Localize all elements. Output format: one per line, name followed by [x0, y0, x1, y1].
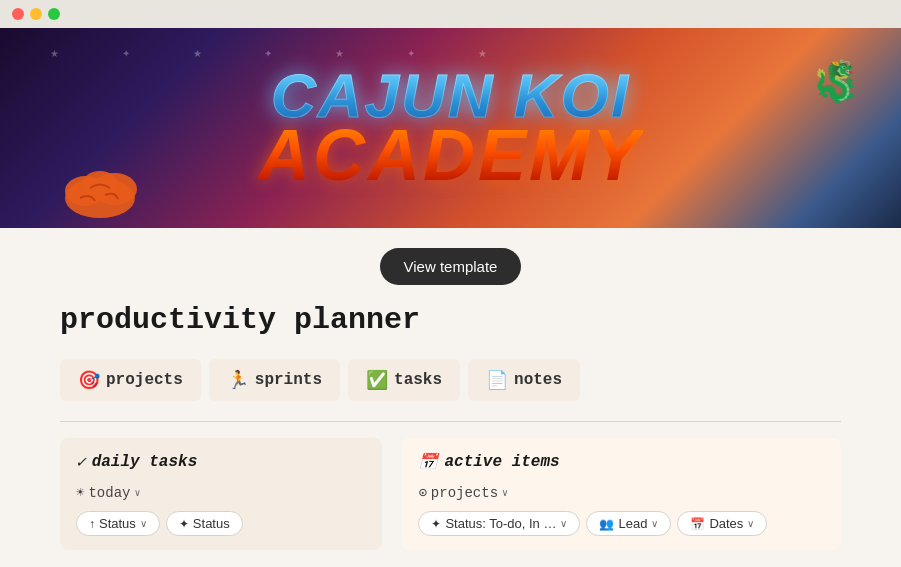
status-todo-chevron: ∨	[560, 518, 567, 529]
tab-sprints[interactable]: 🏃 sprints	[209, 359, 340, 401]
calendar-filter-icon: 📅	[690, 517, 705, 531]
status-filter-label: Status	[99, 516, 136, 531]
active-items-title: active items	[444, 453, 559, 471]
status-chevron: ∨	[140, 518, 147, 529]
main-content: View template productivity planner 🎯 pro…	[0, 228, 901, 550]
tab-sprints-label: sprints	[255, 371, 322, 389]
status-filter-plain[interactable]: ✦ Status	[166, 511, 243, 536]
sparkle-icon: ✦	[179, 517, 189, 531]
status-todo-label: Status: To-do, In …	[445, 516, 556, 531]
daily-tasks-card: ✓ daily tasks ☀️ today ∨ ↑ Status ∨ ✦ St…	[60, 438, 382, 550]
lead-filter[interactable]: 👥 Lead ∨	[586, 511, 671, 536]
view-template-button[interactable]: View template	[380, 248, 522, 285]
calendar-icon: 📅	[418, 452, 438, 472]
daily-tasks-filters: ↑ Status ∨ ✦ Status	[76, 511, 366, 536]
up-arrow-icon: ↑	[89, 517, 95, 531]
lead-label: Lead	[618, 516, 647, 531]
dragon-icon: 🐉	[811, 58, 861, 105]
tab-tasks[interactable]: ✅ tasks	[348, 359, 460, 401]
circle-icon: ⊙	[418, 484, 426, 501]
banner: CAJUN KOI ACADEMY 🐉	[0, 28, 901, 228]
maximize-dot[interactable]	[48, 8, 60, 20]
status-filter-up[interactable]: ↑ Status ∨	[76, 511, 160, 536]
projects-chevron: ∨	[502, 487, 508, 499]
status-sparkle-icon: ✦	[431, 517, 441, 531]
page-title: productivity planner	[60, 303, 841, 337]
daily-tasks-subheader[interactable]: ☀️ today ∨	[76, 484, 366, 501]
minimize-dot[interactable]	[30, 8, 42, 20]
active-items-filters: ✦ Status: To-do, In … ∨ 👥 Lead ∨ 📅 Dates…	[418, 511, 825, 536]
daily-tasks-header: ✓ daily tasks	[76, 452, 366, 472]
title-bar	[0, 0, 901, 28]
projects-icon: 🎯	[78, 369, 100, 391]
close-dot[interactable]	[12, 8, 24, 20]
dates-label: Dates	[709, 516, 743, 531]
daily-tasks-title: daily tasks	[92, 453, 198, 471]
notes-icon: 📄	[486, 369, 508, 391]
section-divider	[60, 421, 841, 422]
sprints-icon: 🏃	[227, 369, 249, 391]
today-label: today	[88, 485, 130, 501]
cloud-logo-icon	[60, 153, 140, 228]
nav-tabs: 🎯 projects 🏃 sprints ✅ tasks 📄 notes	[60, 359, 841, 401]
dates-filter[interactable]: 📅 Dates ∨	[677, 511, 767, 536]
people-icon: 👥	[599, 517, 614, 531]
tasks-icon: ✅	[366, 369, 388, 391]
active-items-subheader[interactable]: ⊙ projects ∨	[418, 484, 825, 501]
tab-projects[interactable]: 🎯 projects	[60, 359, 201, 401]
tab-tasks-label: tasks	[394, 371, 442, 389]
tab-notes-label: notes	[514, 371, 562, 389]
tab-projects-label: projects	[106, 371, 183, 389]
dates-chevron: ∨	[747, 518, 754, 529]
active-items-card: 📅 active items ⊙ projects ∨ ✦ Status: To…	[402, 438, 841, 550]
today-chevron: ∨	[134, 487, 140, 499]
lead-chevron: ∨	[651, 518, 658, 529]
status-plain-label: Status	[193, 516, 230, 531]
status-todo-filter[interactable]: ✦ Status: To-do, In … ∨	[418, 511, 580, 536]
active-items-header: 📅 active items	[418, 452, 825, 472]
checkmark-icon: ✓	[76, 452, 86, 472]
banner-text: CAJUN KOI ACADEMY	[258, 65, 643, 191]
cards-row: ✓ daily tasks ☀️ today ∨ ↑ Status ∨ ✦ St…	[60, 438, 841, 550]
banner-academy: ACADEMY	[258, 119, 643, 191]
projects-label: projects	[431, 485, 498, 501]
tab-notes[interactable]: 📄 notes	[468, 359, 580, 401]
sun-icon: ☀️	[76, 484, 84, 501]
